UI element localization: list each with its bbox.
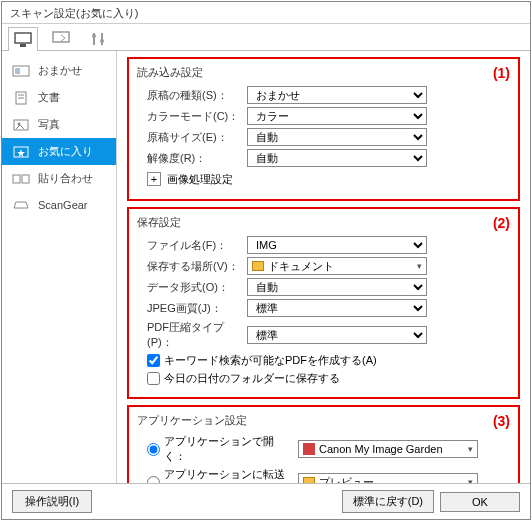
pdf-select[interactable]: 標準	[247, 326, 427, 344]
save-settings-section: (2) 保存設定 ファイル名(F)： IMG 保存する場所(V)： ドキュメント…	[127, 207, 520, 399]
open-app-value: Canon My Image Garden	[319, 443, 443, 455]
location-label: 保存する場所(V)：	[137, 259, 247, 274]
svg-rect-14	[22, 175, 29, 183]
sidebar-item-stitch[interactable]: 貼り合わせ	[2, 165, 116, 192]
date-folder-label: 今日の日付のフォルダーに保存する	[164, 371, 340, 386]
jpeg-select[interactable]: 標準	[247, 299, 427, 317]
searchable-pdf-checkbox[interactable]	[147, 354, 160, 367]
dialog-window: スキャン設定(お気に入り) おまかせ 文書 写真	[1, 1, 531, 520]
photo-icon	[12, 118, 30, 132]
tab-from-computer[interactable]	[8, 27, 38, 51]
chevron-down-icon: ▾	[468, 444, 473, 454]
image-processing-expand[interactable]: + 画像処理設定	[137, 170, 233, 188]
svg-point-4	[100, 39, 104, 43]
sidebar-item-label: おまかせ	[38, 63, 82, 78]
svg-point-3	[92, 34, 96, 38]
open-app-label: アプリケーションで開く：	[164, 434, 294, 464]
sidebar: おまかせ 文書 写真 お気に入り 貼り合わせ ScanGear	[2, 51, 117, 483]
source-label: 原稿の種類(S)：	[137, 88, 247, 103]
folder-icon	[252, 261, 264, 271]
tools-icon	[89, 31, 109, 47]
sidebar-item-label: 文書	[38, 90, 60, 105]
resolution-label: 解像度(R)：	[137, 151, 247, 166]
location-select[interactable]: ドキュメント ▾	[247, 257, 427, 275]
sidebar-item-favorite[interactable]: お気に入り	[2, 138, 116, 165]
section-title: 保存設定	[137, 215, 510, 230]
sidebar-item-label: 写真	[38, 117, 60, 132]
section-marker-3: (3)	[493, 413, 510, 429]
section-title: アプリケーション設定	[137, 413, 510, 428]
footer: 操作説明(I) 標準に戻す(D) OK	[2, 483, 530, 519]
scan-options-section: (1) 読み込み設定 原稿の種類(S)： おまかせ カラーモード(C)： カラー…	[127, 57, 520, 201]
filename-select[interactable]: IMG	[247, 236, 427, 254]
tab-from-panel[interactable]	[46, 26, 76, 50]
svg-rect-13	[13, 175, 20, 183]
main-panel: (1) 読み込み設定 原稿の種類(S)： おまかせ カラーモード(C)： カラー…	[117, 51, 530, 483]
monitor-arrow-icon	[51, 31, 71, 47]
tab-settings[interactable]	[84, 26, 114, 50]
color-label: カラーモード(C)：	[137, 109, 247, 124]
section-marker-2: (2)	[493, 215, 510, 231]
sidebar-item-label: お気に入り	[38, 144, 93, 159]
send-app-label: アプリケーションに転送する：	[164, 467, 294, 483]
pdf-label: PDF圧縮タイプ(P)：	[137, 320, 247, 350]
monitor-icon	[13, 32, 33, 48]
title-bar: スキャン設定(お気に入り)	[2, 2, 530, 24]
folder-icon	[303, 477, 315, 483]
sidebar-item-document[interactable]: 文書	[2, 84, 116, 111]
sidebar-item-label: 貼り合わせ	[38, 171, 93, 186]
ok-button[interactable]: OK	[440, 492, 520, 512]
app-icon	[303, 443, 315, 455]
top-tabs	[2, 24, 530, 51]
auto-icon	[12, 64, 30, 78]
open-app-radio[interactable]	[147, 443, 160, 456]
document-icon	[12, 91, 30, 105]
format-select[interactable]: 自動	[247, 278, 427, 296]
format-label: データ形式(O)：	[137, 280, 247, 295]
source-select[interactable]: おまかせ	[247, 86, 427, 104]
resolution-select[interactable]: 自動	[247, 149, 427, 167]
sidebar-item-photo[interactable]: 写真	[2, 111, 116, 138]
date-folder-checkbox[interactable]	[147, 372, 160, 385]
send-app-select[interactable]: プレビュー ▾	[298, 473, 478, 483]
svg-rect-0	[15, 33, 31, 43]
open-app-select[interactable]: Canon My Image Garden ▾	[298, 440, 478, 458]
image-processing-label: 画像処理設定	[167, 172, 233, 187]
sidebar-item-auto[interactable]: おまかせ	[2, 57, 116, 84]
window-title: スキャン設定(お気に入り)	[10, 7, 138, 19]
app-settings-section: (3) アプリケーション設定 アプリケーションで開く： Canon My Ima…	[127, 405, 520, 483]
size-label: 原稿サイズ(E)：	[137, 130, 247, 145]
size-select[interactable]: 自動	[247, 128, 427, 146]
color-select[interactable]: カラー	[247, 107, 427, 125]
searchable-pdf-label: キーワード検索が可能なPDFを作成する(A)	[164, 353, 377, 368]
jpeg-label: JPEG画質(J)：	[137, 301, 247, 316]
sidebar-item-scangear[interactable]: ScanGear	[2, 192, 116, 218]
svg-rect-1	[20, 44, 26, 47]
stitch-icon	[12, 172, 30, 186]
content-area: おまかせ 文書 写真 お気に入り 貼り合わせ ScanGear	[2, 51, 530, 483]
svg-rect-6	[15, 68, 20, 74]
favorite-icon	[12, 145, 30, 159]
send-app-value: プレビュー	[319, 475, 374, 484]
chevron-down-icon: ▾	[468, 477, 473, 483]
instructions-button[interactable]: 操作説明(I)	[12, 490, 92, 513]
chevron-down-icon: ▾	[417, 261, 422, 271]
scanner-icon	[12, 198, 30, 212]
section-title: 読み込み設定	[137, 65, 510, 80]
defaults-button[interactable]: 標準に戻す(D)	[342, 490, 434, 513]
send-app-radio[interactable]	[147, 476, 160, 484]
sidebar-item-label: ScanGear	[38, 199, 88, 211]
section-marker-1: (1)	[493, 65, 510, 81]
filename-label: ファイル名(F)：	[137, 238, 247, 253]
location-value: ドキュメント	[268, 259, 334, 274]
plus-icon: +	[147, 172, 161, 186]
